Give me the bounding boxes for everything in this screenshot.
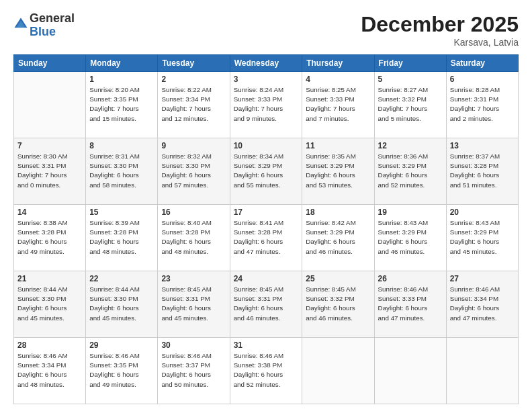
calendar-cell: 19Sunrise: 8:43 AM Sunset: 3:29 PM Dayli…: [374, 205, 446, 271]
day-number: 1: [89, 75, 154, 84]
day-info: Sunrise: 8:43 AM Sunset: 3:29 PM Dayligh…: [378, 218, 443, 257]
calendar-cell: 28Sunrise: 8:46 AM Sunset: 3:34 PM Dayli…: [14, 338, 86, 404]
calendar-header: SundayMondayTuesdayWednesdayThursdayFrid…: [14, 55, 519, 72]
day-number: 16: [161, 208, 226, 217]
calendar-cell: 24Sunrise: 8:45 AM Sunset: 3:31 PM Dayli…: [230, 271, 302, 338]
day-info: Sunrise: 8:46 AM Sunset: 3:33 PM Dayligh…: [378, 285, 443, 323]
calendar-cell: 27Sunrise: 8:46 AM Sunset: 3:34 PM Dayli…: [446, 271, 518, 338]
day-number: 8: [89, 141, 154, 150]
day-info: Sunrise: 8:22 AM Sunset: 3:34 PM Dayligh…: [161, 85, 226, 124]
day-number: 3: [234, 75, 299, 84]
day-info: Sunrise: 8:28 AM Sunset: 3:31 PM Dayligh…: [450, 85, 515, 124]
calendar-cell: 13Sunrise: 8:37 AM Sunset: 3:28 PM Dayli…: [446, 138, 518, 205]
calendar-cell: 30Sunrise: 8:46 AM Sunset: 3:37 PM Dayli…: [158, 338, 230, 404]
calendar-cell: 6Sunrise: 8:28 AM Sunset: 3:31 PM Daylig…: [446, 72, 518, 138]
weekday-header: Saturday: [446, 55, 518, 72]
day-info: Sunrise: 8:46 AM Sunset: 3:34 PM Dayligh…: [17, 351, 82, 390]
day-number: 22: [89, 274, 154, 283]
weekday-header: Thursday: [302, 55, 374, 72]
day-number: 15: [89, 208, 154, 217]
day-info: Sunrise: 8:43 AM Sunset: 3:29 PM Dayligh…: [450, 218, 515, 257]
day-info: Sunrise: 8:39 AM Sunset: 3:28 PM Dayligh…: [89, 218, 154, 257]
day-number: 25: [306, 274, 370, 283]
calendar-cell: 7Sunrise: 8:30 AM Sunset: 3:31 PM Daylig…: [14, 138, 86, 205]
day-info: Sunrise: 8:27 AM Sunset: 3:32 PM Dayligh…: [378, 85, 443, 124]
day-number: 2: [161, 75, 226, 84]
day-number: 5: [378, 75, 443, 84]
calendar-cell: 5Sunrise: 8:27 AM Sunset: 3:32 PM Daylig…: [374, 72, 446, 138]
calendar-cell: [374, 338, 446, 404]
day-info: Sunrise: 8:32 AM Sunset: 3:30 PM Dayligh…: [161, 152, 226, 190]
weekday-row: SundayMondayTuesdayWednesdayThursdayFrid…: [14, 55, 519, 72]
calendar-cell: 14Sunrise: 8:38 AM Sunset: 3:28 PM Dayli…: [14, 205, 86, 271]
day-number: 26: [378, 274, 443, 283]
calendar-cell: 9Sunrise: 8:32 AM Sunset: 3:30 PM Daylig…: [158, 138, 230, 205]
day-info: Sunrise: 8:45 AM Sunset: 3:31 PM Dayligh…: [161, 285, 226, 323]
day-info: Sunrise: 8:45 AM Sunset: 3:31 PM Dayligh…: [234, 285, 299, 323]
day-info: Sunrise: 8:46 AM Sunset: 3:37 PM Dayligh…: [161, 351, 226, 390]
day-info: Sunrise: 8:40 AM Sunset: 3:28 PM Dayligh…: [161, 218, 226, 257]
calendar-cell: 11Sunrise: 8:35 AM Sunset: 3:29 PM Dayli…: [302, 138, 374, 205]
day-info: Sunrise: 8:45 AM Sunset: 3:32 PM Dayligh…: [306, 285, 370, 323]
weekday-header: Monday: [86, 55, 158, 72]
location: Karsava, Latvia: [361, 37, 519, 48]
title-block: December 2025 Karsava, Latvia: [361, 12, 519, 48]
calendar-cell: 16Sunrise: 8:40 AM Sunset: 3:28 PM Dayli…: [158, 205, 230, 271]
weekday-header: Sunday: [14, 55, 86, 72]
calendar-cell: [14, 72, 86, 138]
day-number: 10: [234, 141, 299, 150]
day-info: Sunrise: 8:44 AM Sunset: 3:30 PM Dayligh…: [89, 285, 154, 323]
calendar-cell: [302, 338, 374, 404]
calendar: SundayMondayTuesdayWednesdayThursdayFrid…: [13, 54, 519, 404]
calendar-cell: 4Sunrise: 8:25 AM Sunset: 3:33 PM Daylig…: [302, 72, 374, 138]
day-info: Sunrise: 8:46 AM Sunset: 3:38 PM Dayligh…: [234, 351, 299, 390]
logo-text: General Blue: [30, 12, 75, 39]
day-number: 9: [161, 141, 226, 150]
logo: General Blue: [13, 12, 75, 39]
day-number: 19: [378, 208, 443, 217]
day-info: Sunrise: 8:34 AM Sunset: 3:29 PM Dayligh…: [234, 152, 299, 190]
day-number: 18: [306, 208, 370, 217]
calendar-cell: 23Sunrise: 8:45 AM Sunset: 3:31 PM Dayli…: [158, 271, 230, 338]
day-info: Sunrise: 8:41 AM Sunset: 3:28 PM Dayligh…: [234, 218, 299, 257]
calendar-cell: 18Sunrise: 8:42 AM Sunset: 3:29 PM Dayli…: [302, 205, 374, 271]
calendar-week-row: 1Sunrise: 8:20 AM Sunset: 3:35 PM Daylig…: [14, 72, 519, 138]
calendar-week-row: 21Sunrise: 8:44 AM Sunset: 3:30 PM Dayli…: [14, 271, 519, 338]
calendar-cell: 12Sunrise: 8:36 AM Sunset: 3:29 PM Dayli…: [374, 138, 446, 205]
calendar-week-row: 14Sunrise: 8:38 AM Sunset: 3:28 PM Dayli…: [14, 205, 519, 271]
weekday-header: Friday: [374, 55, 446, 72]
month-title: December 2025: [361, 12, 519, 37]
page: General Blue December 2025 Karsava, Latv…: [0, 0, 532, 411]
day-number: 7: [17, 141, 82, 150]
day-number: 24: [234, 274, 299, 283]
day-number: 12: [378, 141, 443, 150]
day-number: 13: [450, 141, 515, 150]
day-info: Sunrise: 8:31 AM Sunset: 3:30 PM Dayligh…: [89, 152, 154, 190]
day-info: Sunrise: 8:25 AM Sunset: 3:33 PM Dayligh…: [306, 85, 370, 124]
day-info: Sunrise: 8:30 AM Sunset: 3:31 PM Dayligh…: [17, 152, 82, 190]
day-number: 29: [89, 340, 154, 350]
day-number: 14: [17, 208, 82, 217]
day-number: 21: [17, 274, 82, 283]
day-info: Sunrise: 8:38 AM Sunset: 3:28 PM Dayligh…: [17, 218, 82, 257]
day-number: 6: [450, 75, 515, 84]
calendar-cell: 2Sunrise: 8:22 AM Sunset: 3:34 PM Daylig…: [158, 72, 230, 138]
day-number: 31: [234, 340, 299, 350]
day-info: Sunrise: 8:35 AM Sunset: 3:29 PM Dayligh…: [306, 152, 370, 190]
day-number: 20: [450, 208, 515, 217]
day-number: 30: [161, 340, 226, 350]
day-info: Sunrise: 8:46 AM Sunset: 3:35 PM Dayligh…: [89, 351, 154, 390]
calendar-cell: 26Sunrise: 8:46 AM Sunset: 3:33 PM Dayli…: [374, 271, 446, 338]
calendar-cell: 8Sunrise: 8:31 AM Sunset: 3:30 PM Daylig…: [86, 138, 158, 205]
calendar-body: 1Sunrise: 8:20 AM Sunset: 3:35 PM Daylig…: [14, 72, 519, 404]
day-info: Sunrise: 8:20 AM Sunset: 3:35 PM Dayligh…: [89, 85, 154, 124]
day-info: Sunrise: 8:42 AM Sunset: 3:29 PM Dayligh…: [306, 218, 370, 257]
weekday-header: Tuesday: [158, 55, 230, 72]
day-number: 23: [161, 274, 226, 283]
day-info: Sunrise: 8:24 AM Sunset: 3:33 PM Dayligh…: [234, 85, 299, 124]
calendar-cell: 25Sunrise: 8:45 AM Sunset: 3:32 PM Dayli…: [302, 271, 374, 338]
calendar-cell: 3Sunrise: 8:24 AM Sunset: 3:33 PM Daylig…: [230, 72, 302, 138]
day-info: Sunrise: 8:46 AM Sunset: 3:34 PM Dayligh…: [450, 285, 515, 323]
calendar-cell: 20Sunrise: 8:43 AM Sunset: 3:29 PM Dayli…: [446, 205, 518, 271]
day-number: 17: [234, 208, 299, 217]
